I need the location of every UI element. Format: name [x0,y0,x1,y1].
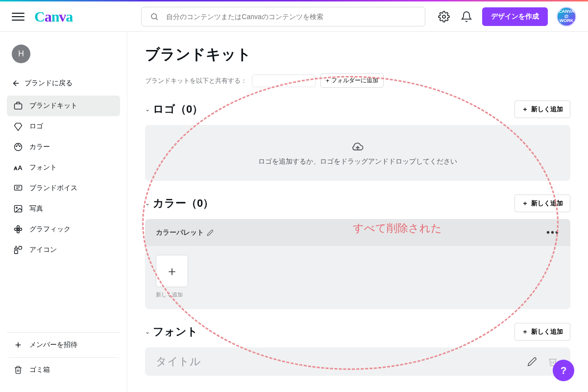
palette-body: ＋ 新しく追加 [145,246,570,300]
workspace-badge[interactable]: CANVA @ WORK [557,7,576,26]
user-row[interactable]: H [7,42,120,66]
plus-icon [13,340,24,350]
sidebar-item-logo[interactable]: ロゴ [7,116,120,137]
arrow-left-icon [12,79,21,88]
svg-point-2 [442,15,445,18]
create-design-button[interactable]: デザインを作成 [482,7,548,26]
sidebar-item-brandkit[interactable]: ブランドキット [7,96,120,116]
palette-header: カラーパレット ••• [145,219,570,246]
svg-point-0 [151,14,157,19]
sidebar-item-label: カラー [29,143,50,151]
plus-icon: ＋ [522,327,528,336]
sidebar: H ブランドに戻る ブランドキット ロゴ カラー ᴀA フォント ブランドボイス [0,32,127,392]
svg-point-7 [18,145,19,146]
page-title: ブランドキット [145,45,570,65]
svg-point-18 [20,228,22,231]
font-title-row[interactable]: タイトル [145,347,570,376]
sidebar-item-label: ブランドキット [29,101,77,110]
svg-point-8 [20,146,21,147]
dropzone-text: ロゴを追加するか、ロゴをドラッグアンドドロップしてください [155,157,561,166]
app-header: Canva デザインを作成 CANVA @ WORK [0,1,588,32]
chat-icon [13,183,24,194]
add-to-folder-button[interactable]: + フォルダーに追加 [320,74,384,88]
main-content: ブランドキット ブランドキットを以下と共有する： + フォルダーに追加 ⌄ ロゴ… [127,32,588,392]
font-icon: ᴀA [13,162,24,173]
user-avatar: H [12,45,30,63]
add-font-button[interactable]: ＋ 新しく追加 [514,323,570,341]
bell-icon[interactable] [460,10,473,24]
svg-point-6 [16,146,17,147]
section-font: ⌄ フォント ＋ 新しく追加 タイトル [145,323,570,376]
svg-point-17 [15,228,17,231]
invite-members[interactable]: メンバーを招待 [7,333,120,357]
search-input[interactable] [166,13,419,21]
sidebar-item-label: 写真 [29,204,43,213]
pencil-icon[interactable] [525,355,539,368]
svg-point-20 [19,246,22,250]
sidebar-item-label: グラフィック [29,225,71,234]
svg-point-16 [17,231,20,233]
add-logo-button[interactable]: ＋ 新しく追加 [514,100,570,118]
section-head-color: ⌄ カラー（0） ＋ 新しく追加 [145,195,570,212]
sidebar-bottom: メンバーを招待 ゴミ箱 [7,332,120,382]
svg-rect-4 [15,104,22,109]
trash-icon [13,365,24,375]
svg-point-13 [16,207,18,209]
sidebar-item-label: ロゴ [29,122,43,131]
back-to-brand[interactable]: ブランドに戻る [7,75,120,92]
sidebar-item-label: フォント [29,163,57,172]
logo-dropzone[interactable]: ロゴを追加するか、ロゴをドラッグアンドドロップしてください [145,125,570,181]
pencil-icon[interactable] [207,229,214,236]
section-title-color: カラー（0） [153,196,214,211]
shapes-icon [13,245,24,255]
section-color: ⌄ カラー（0） ＋ 新しく追加 カラーパレット ••• ＋ 新しく追加 [145,195,570,309]
section-title-logo: ロゴ（0） [153,102,203,117]
sidebar-item-label: ブランドボイス [29,184,77,193]
palette-name: カラーパレット [156,228,204,237]
gear-icon[interactable] [437,10,451,24]
color-palette-card: カラーパレット ••• ＋ 新しく追加 [145,219,570,309]
canva-logo[interactable]: Canva [34,8,73,25]
svg-line-1 [156,18,158,20]
sidebar-item-brandvoice[interactable]: ブランドボイス [7,178,120,198]
plus-icon: ＋ [522,105,528,114]
back-label: ブランドに戻る [24,79,73,88]
svg-rect-19 [15,250,18,254]
sidebar-item-font[interactable]: ᴀA フォント [7,157,120,178]
add-tile-label: 新しく追加 [156,291,560,298]
help-fab[interactable]: ? [553,360,574,381]
briefcase-icon [13,100,24,111]
co-icon [13,121,24,132]
trash-label: ゴミ箱 [29,366,50,374]
section-head-font: ⌄ フォント ＋ 新しく追加 [145,323,570,341]
share-target-input[interactable] [252,74,316,87]
image-icon [13,203,24,214]
chevron-down-icon[interactable]: ⌄ [145,200,150,207]
font-title-label: タイトル [156,354,525,369]
svg-rect-9 [15,185,22,190]
sidebar-item-photo[interactable]: 写真 [7,198,120,219]
invite-label: メンバーを招待 [29,341,77,349]
more-icon[interactable]: ••• [546,227,560,238]
add-color-button[interactable]: ＋ 新しく追加 [514,195,570,212]
sidebar-item-label: アイコン [29,245,57,254]
svg-point-15 [17,226,20,228]
plus-icon: + [326,77,329,84]
hamburger-menu[interactable] [12,10,24,23]
chevron-down-icon[interactable]: ⌄ [145,106,150,113]
plus-icon: ＋ [522,199,528,208]
trash[interactable]: ゴミ箱 [7,357,120,382]
section-head-logo: ⌄ ロゴ（0） ＋ 新しく追加 [145,100,570,118]
sidebar-item-color[interactable]: カラー [7,137,120,157]
svg-point-14 [17,228,19,230]
chevron-down-icon[interactable]: ⌄ [145,328,150,335]
search-icon [147,10,161,24]
palette-icon [13,142,24,152]
search-box[interactable] [141,7,425,26]
share-label: ブランドキットを以下と共有する： [145,76,247,85]
sidebar-item-graphic[interactable]: グラフィック [7,219,120,240]
add-color-tile[interactable]: ＋ [156,255,188,287]
share-row: ブランドキットを以下と共有する： + フォルダーに追加 [145,74,570,88]
svg-rect-12 [15,205,22,212]
sidebar-item-icon[interactable]: アイコン [7,240,120,260]
